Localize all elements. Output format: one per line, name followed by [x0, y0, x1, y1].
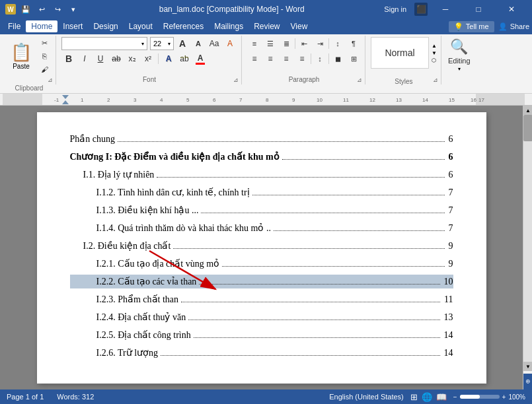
toc-text: I.2.1. Cấu tạo địa chất vùng mỏ [96, 257, 220, 271]
font-name-selector[interactable]: ▾ [61, 37, 147, 50]
zoom-in-button[interactable]: + [502, 393, 506, 401]
editing-dropdown-icon[interactable]: ▾ [458, 66, 461, 72]
quick-save-button[interactable]: 💾 [20, 3, 32, 15]
sort-button[interactable]: ↕ [330, 37, 345, 50]
menu-mailings[interactable]: Mailings [209, 20, 248, 32]
ribbon: 📋 Paste ✂ ⎘ 🖌 Clipboard ⊿ ▾ [0, 34, 532, 94]
align-right-button[interactable]: ≡ [279, 52, 293, 65]
svg-rect-1 [3, 94, 42, 106]
borders-button[interactable]: ⊞ [346, 52, 361, 65]
styles-down-icon[interactable]: ▼ [432, 50, 437, 56]
language-indicator[interactable]: English (United States) [329, 393, 404, 401]
multilevel-list-button[interactable]: ≣ [279, 37, 293, 50]
word-icon: W [5, 4, 16, 15]
font-expand-icon[interactable]: ⊿ [233, 77, 239, 83]
customize-quick-access[interactable]: ▾ [67, 3, 79, 15]
subscript-button[interactable]: x₂ [125, 52, 139, 65]
title-bar-left: W 💾 ↩ ↪ ▾ [5, 3, 79, 15]
menu-references[interactable]: References [158, 20, 209, 32]
toc-dots [274, 230, 445, 231]
align-left-button[interactable]: ≡ [247, 52, 262, 65]
toc-page: 14 [444, 346, 453, 360]
center-button[interactable]: ≡ [263, 52, 278, 65]
numbering-button[interactable]: ☰ [263, 37, 278, 50]
toc-dots [252, 195, 445, 195]
menu-insert[interactable]: Insert [57, 20, 88, 32]
styles-up-icon[interactable]: ▲ [432, 43, 437, 49]
toc-page: 9 [449, 257, 453, 271]
bold-button[interactable]: B [61, 52, 76, 65]
clear-formatting-button[interactable]: A [223, 37, 237, 50]
ruler-svg: -1 1 2 3 4 5 6 7 8 9 10 11 12 13 14 15 1… [3, 94, 525, 106]
scroll-thumb[interactable] [523, 115, 532, 141]
decrease-font-size-button[interactable]: A [191, 37, 206, 50]
toc-page: 7 [449, 185, 453, 199]
window-close-button[interactable]: ✕ [496, 0, 527, 18]
toc-entry-chuong-1: Chương I: Đặc Điểm và điều kiện địa chất… [70, 150, 453, 164]
shading-button[interactable]: ◼ [330, 52, 345, 65]
underline-button[interactable]: U [93, 52, 108, 65]
menu-layout[interactable]: Layout [124, 20, 158, 32]
font-size-value: 22 [153, 40, 168, 48]
copy-button[interactable]: ⎘ [37, 50, 52, 62]
text-effects-button[interactable]: A [161, 52, 176, 65]
superscript-button[interactable]: x² [141, 52, 155, 65]
clipboard-expand-icon[interactable]: ⊿ [48, 77, 53, 83]
share-button[interactable]: 👤 Share [498, 22, 529, 31]
menu-design[interactable]: Design [88, 20, 123, 32]
vertical-scrollbar[interactable]: ▲ ▼ ⊕ [523, 106, 532, 389]
scroll-down-button[interactable]: ▼ [523, 362, 532, 371]
menu-view[interactable]: View [285, 20, 313, 32]
document-area: Phần chung 6 Chương I: Đặc Điểm và điều … [0, 106, 532, 389]
bullets-button[interactable]: ≡ [247, 37, 262, 50]
menu-home[interactable]: Home [26, 20, 57, 32]
sign-in-link[interactable]: Sign in [384, 5, 406, 13]
show-hide-button[interactable]: ¶ [346, 37, 361, 50]
font-color-button[interactable]: A [193, 52, 208, 65]
font-size-selector[interactable]: 22 ▾ [150, 37, 174, 50]
ribbon-minimize[interactable]: ⬛ [414, 3, 428, 16]
read-mode-button[interactable]: 📖 [436, 392, 447, 402]
paste-button[interactable]: 📋 Paste [7, 37, 36, 75]
change-case-button[interactable]: Aa [207, 37, 221, 50]
menu-file[interactable]: File [3, 20, 26, 32]
menu-review[interactable]: Review [248, 20, 285, 32]
styles-gallery[interactable]: Normal [371, 37, 429, 69]
zoom-slider[interactable] [460, 395, 500, 399]
redo-button[interactable]: ↪ [52, 3, 63, 15]
svg-text:9: 9 [292, 97, 295, 103]
print-layout-button[interactable]: ⊞ [410, 392, 418, 402]
tell-me-box[interactable]: 💡 Tell me [449, 21, 494, 32]
justify-button[interactable]: ≡ [295, 52, 309, 65]
page-wrapper[interactable]: Phần chung 6 Chương I: Đặc Điểm và điều … [0, 106, 523, 389]
zoom-out-button[interactable]: − [453, 393, 457, 401]
cut-button[interactable]: ✂ [37, 37, 52, 49]
styles-scroll[interactable]: ▲ ▼ ⬡ [432, 43, 437, 63]
scroll-track[interactable] [523, 115, 532, 362]
italic-button[interactable]: I [77, 52, 92, 65]
window-restore-button[interactable]: □ [463, 0, 494, 18]
highlight-color-button[interactable]: ab [177, 52, 192, 65]
decrease-indent-button[interactable]: ⇤ [297, 37, 311, 50]
window-minimize-button[interactable]: ─ [430, 0, 461, 18]
editing-button[interactable]: 🔍 Editing ▾ [448, 38, 471, 72]
toc-text: I.2.2. Cấu tạo các vỉa than [96, 275, 197, 288]
increase-indent-button[interactable]: ⇥ [313, 37, 327, 50]
svg-text:4: 4 [160, 97, 163, 103]
paragraph-expand-icon[interactable]: ⊿ [357, 77, 362, 83]
ruler: -1 1 2 3 4 5 6 7 8 9 10 11 12 13 14 15 1… [0, 94, 532, 106]
styles-more-icon[interactable]: ⬡ [432, 57, 437, 63]
line-spacing-button[interactable]: ↕ [313, 52, 327, 65]
toc-entry-i13: I.1.3. Điều kiện khí hậu ... 7 [70, 203, 453, 217]
word-helper-button[interactable]: ⊕ [523, 374, 532, 389]
font-name-dropdown-icon[interactable]: ▾ [141, 41, 144, 47]
format-painter-button[interactable]: 🖌 [37, 63, 52, 75]
font-size-dropdown-icon[interactable]: ▾ [168, 41, 171, 47]
toc-entry-i25: I.2.5. Địa chất công trình 14 [70, 328, 453, 342]
strikethrough-button[interactable]: ab [109, 52, 124, 65]
undo-button[interactable]: ↩ [36, 3, 48, 15]
styles-expand-icon[interactable]: ⊿ [433, 77, 438, 83]
web-layout-button[interactable]: 🌐 [422, 392, 432, 402]
increase-font-size-button[interactable]: A [175, 37, 190, 50]
scroll-up-button[interactable]: ▲ [523, 106, 532, 115]
